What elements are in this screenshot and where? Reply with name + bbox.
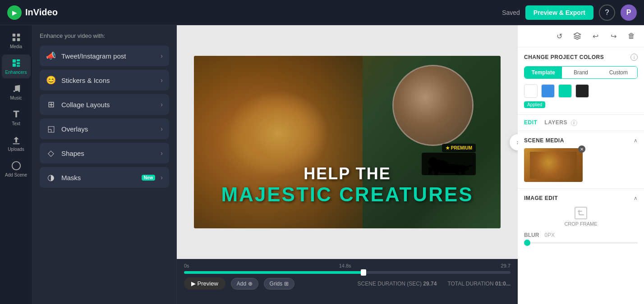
crop-icon: [575, 207, 587, 219]
video-canvas: ★ PREMIUM HELP THE: [194, 56, 501, 228]
scene-duration-label: SCENE DURATION (SEC) 29.74: [358, 281, 437, 287]
tweet-arrow-icon: ›: [161, 52, 163, 59]
image-edit-header: IMAGE EDIT ∧: [524, 195, 638, 201]
svg-rect-0: [12, 34, 15, 36]
sidebar-item-uploads-label: Uploads: [8, 147, 24, 152]
overlays-arrow-icon: ›: [161, 125, 163, 132]
timeline-markers: 0s 14.8s 29.7: [177, 263, 518, 268]
grids-button[interactable]: Grids ⊞: [264, 278, 294, 290]
swatch-white[interactable]: [524, 84, 538, 98]
enhancer-item-shapes[interactable]: ◇ Shapes ›: [40, 143, 169, 163]
layers-info-icon[interactable]: i: [571, 120, 577, 126]
delete-icon[interactable]: 🗑: [625, 30, 638, 42]
crop-frame-label: CROP FRAME: [564, 221, 597, 227]
timeline-thumb[interactable]: [361, 269, 366, 276]
masks-arrow-icon: ›: [161, 174, 163, 181]
rotate-icon[interactable]: ↺: [553, 30, 566, 42]
swatch-teal[interactable]: [558, 84, 572, 98]
svg-rect-4: [12, 59, 15, 63]
swatch-blue[interactable]: [541, 84, 555, 98]
preview-button[interactable]: ▶ Preview: [184, 277, 225, 290]
blur-slider[interactable]: [524, 242, 638, 244]
premium-badge-label: ★ PREMIUM: [446, 145, 472, 150]
masks-icon: ◑: [46, 172, 56, 182]
help-the-text: HELP THE: [194, 164, 501, 183]
tab-custom[interactable]: Custom: [600, 67, 637, 78]
crop-frame-item[interactable]: CROP FRAME: [524, 207, 638, 227]
app-name: InVideo: [25, 7, 58, 18]
canvas-area: ★ PREMIUM HELP THE: [177, 25, 518, 304]
sidebar-item-music[interactable]: Music: [2, 80, 31, 104]
media-remove-button[interactable]: ✕: [578, 145, 585, 153]
sidebar-item-music-label: Music: [10, 95, 22, 100]
enhancer-tweet-label: Tweet/Instagram post: [61, 52, 155, 60]
sidebar-item-enhancers[interactable]: Enhancers: [2, 54, 31, 78]
scene-media-title: SCENE MEDIA: [524, 137, 564, 144]
media-thumbnail[interactable]: [524, 148, 583, 182]
majestic-creatures-text: MAJESTIC CREATURES: [194, 183, 501, 206]
next-scene-button[interactable]: ›: [510, 134, 518, 150]
image-edit-collapse-icon[interactable]: ∧: [634, 195, 638, 201]
enhancer-item-masks[interactable]: ◑ Masks New ›: [40, 167, 169, 188]
icon-bar: Media Enhancers Music Text Uploads Add S…: [0, 25, 32, 304]
saved-status: Saved: [502, 9, 520, 16]
timeline-marker-end: 29.7: [501, 263, 511, 268]
color-tabs: Template Brand Custom: [524, 66, 638, 79]
image-edit-section: IMAGE EDIT ∧ CROP FRAME BLUR 0PX: [518, 189, 644, 250]
tab-brand[interactable]: Brand: [562, 67, 599, 78]
svg-rect-2: [12, 38, 15, 41]
svg-rect-3: [17, 38, 19, 41]
timeline-track[interactable]: [184, 271, 511, 274]
sidebar-item-text[interactable]: Text: [2, 106, 31, 130]
svg-rect-8: [16, 65, 19, 67]
enhancer-masks-label: Masks: [61, 174, 136, 181]
enhancer-item-collage[interactable]: ⊞ Collage Layouts ›: [40, 94, 169, 115]
redo-icon[interactable]: ↪: [607, 30, 620, 42]
change-colors-title: CHANGE PROJECT COLORS: [524, 54, 604, 60]
edit-layers-row: EDIT LAYERS i: [518, 115, 644, 131]
side-panel: Enhance your video with: 📣 Tweet/Instagr…: [32, 25, 177, 304]
svg-rect-1: [17, 34, 19, 36]
preview-export-button[interactable]: Preview & Export: [525, 5, 593, 20]
blur-value: 0PX: [544, 232, 555, 238]
svg-point-9: [12, 162, 20, 170]
layers-tab[interactable]: LAYERS i: [544, 119, 577, 126]
collage-arrow-icon: ›: [161, 101, 163, 108]
timeline-marker-mid: 14.8s: [339, 263, 351, 268]
undo-icon[interactable]: ↩: [589, 30, 602, 42]
add-button[interactable]: Add ⊕: [231, 278, 258, 290]
enhancer-item-stickers[interactable]: 😊 Stickers & Icons ›: [40, 70, 169, 91]
sidebar-item-uploads[interactable]: Uploads: [2, 132, 31, 155]
scene-media-collapse-icon[interactable]: ∧: [634, 137, 638, 144]
svg-rect-7: [12, 64, 15, 67]
sidebar-item-add-scene[interactable]: Add Scene: [2, 157, 31, 181]
enhancer-collage-label: Collage Layouts: [61, 101, 155, 109]
enhancer-stickers-label: Stickers & Icons: [61, 77, 155, 84]
change-colors-section: CHANGE PROJECT COLORS i Template Brand C…: [518, 47, 644, 115]
media-thumb-container: ✕: [524, 148, 583, 182]
blur-slider-thumb[interactable]: [524, 240, 530, 246]
video-text: HELP THE MAJESTIC CREATURES: [194, 164, 501, 206]
enhancer-item-tweet[interactable]: 📣 Tweet/Instagram post ›: [40, 45, 169, 66]
total-duration-label: TOTAL DURATION 01:0...: [447, 281, 511, 287]
change-colors-info-icon[interactable]: i: [630, 54, 638, 61]
duration-info: SCENE DURATION (SEC) 29.74 TOTAL DURATIO…: [358, 281, 511, 287]
help-button[interactable]: ?: [599, 5, 615, 21]
canvas-wrapper: ★ PREMIUM HELP THE: [177, 25, 518, 259]
image-edit-title: IMAGE EDIT: [524, 195, 558, 201]
circle-image: [392, 65, 474, 146]
shapes-arrow-icon: ›: [161, 150, 163, 157]
svg-rect-6: [16, 62, 19, 64]
edit-tab[interactable]: EDIT: [524, 119, 537, 126]
layers-icon[interactable]: [571, 30, 584, 42]
enhancer-item-overlays[interactable]: ◱ Overlays ›: [40, 118, 169, 139]
sidebar-item-media[interactable]: Media: [2, 29, 31, 53]
masks-new-badge: New: [142, 175, 156, 181]
tab-template[interactable]: Template: [524, 67, 562, 78]
stickers-icon: 😊: [46, 75, 56, 85]
svg-rect-5: [16, 59, 19, 62]
collage-icon: ⊞: [46, 100, 56, 109]
swatch-black[interactable]: [575, 84, 589, 98]
user-avatar[interactable]: P: [621, 5, 637, 21]
sidebar-item-text-label: Text: [12, 121, 20, 126]
